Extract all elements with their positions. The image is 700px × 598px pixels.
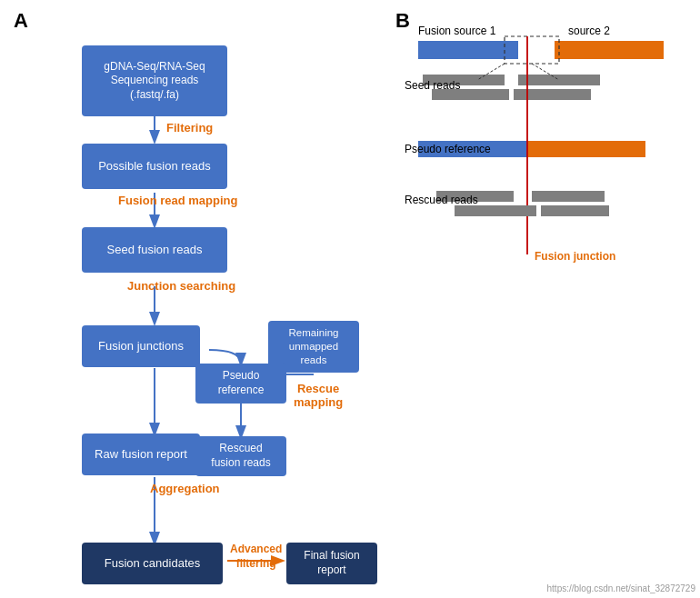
aggregation-label: Aggregation <box>150 482 220 495</box>
svg-rect-11 <box>505 36 559 64</box>
seed-reads-label: Seed reads <box>405 79 460 92</box>
rescued-reads-label: Rescued reads <box>405 194 478 206</box>
rescued-fusion-box: Rescued fusion reads <box>195 436 286 476</box>
raw-fusion-box: Raw fusion report <box>82 434 200 475</box>
fusion-source1-label: Fusion source 1 <box>418 25 495 37</box>
panel-b: B Fus <box>391 0 700 598</box>
svg-line-16 <box>477 64 505 80</box>
seed-fusion-box: Seed fusion reads <box>82 227 227 273</box>
sequencing-box: gDNA-Seq/RNA-Seq Sequencing reads (.fast… <box>82 45 227 116</box>
main-container: A <box>0 0 700 598</box>
panel-b-diagram <box>391 0 700 318</box>
svg-rect-22 <box>455 205 536 216</box>
panel-a: A <box>0 0 391 598</box>
svg-line-17 <box>532 64 559 80</box>
filtering-label: Filtering <box>166 121 213 135</box>
svg-rect-10 <box>555 41 664 59</box>
svg-rect-14 <box>518 75 600 85</box>
svg-rect-15 <box>514 89 591 100</box>
fusion-read-mapping-label: Fusion read mapping <box>118 194 237 207</box>
fusion-candidates-box: Fusion candidates <box>82 543 223 584</box>
source2-label: source 2 <box>568 25 610 37</box>
pseudo-reference-box: Pseudo reference <box>195 364 286 404</box>
final-fusion-box: Final fusion report <box>286 543 377 584</box>
rescue-mapping-label: Rescue mapping <box>294 382 343 409</box>
svg-rect-19 <box>527 141 645 157</box>
advanced-filtering-label: Advanced filtering <box>230 543 282 571</box>
pseudo-reference-label: Pseudo reference <box>405 143 491 155</box>
panel-b-label: B <box>395 9 410 33</box>
watermark: https://blog.csdn.net/sinat_32872729 <box>547 583 695 593</box>
junction-searching-label: Junction searching <box>127 279 235 293</box>
svg-rect-24 <box>541 205 609 216</box>
fusion-junction-label: Fusion junction <box>535 250 615 263</box>
panel-a-label: A <box>14 9 28 33</box>
svg-rect-23 <box>532 191 605 202</box>
svg-rect-9 <box>418 41 518 59</box>
possible-fusion-box: Possible fusion reads <box>82 144 227 189</box>
fusion-junctions-box: Fusion junctions <box>82 325 200 367</box>
